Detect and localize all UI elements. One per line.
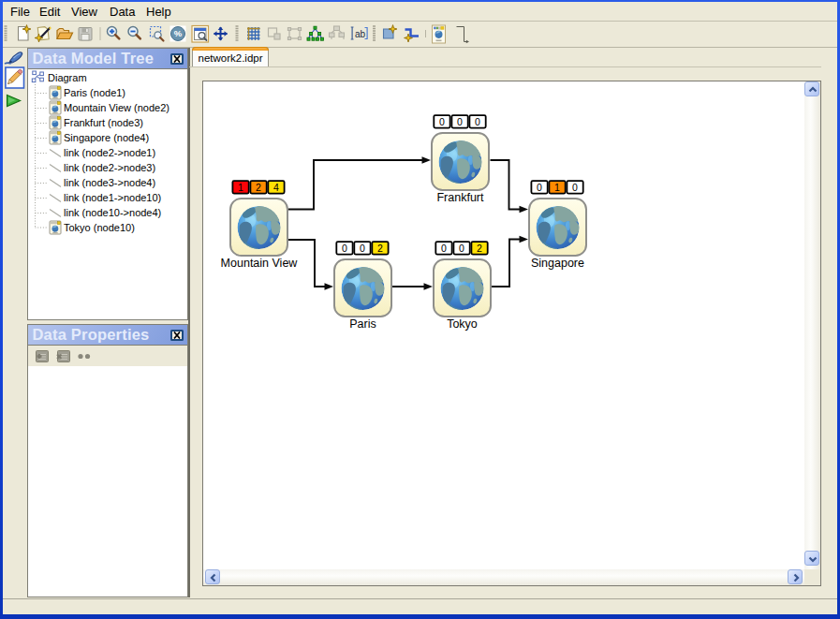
svg-text:Singapore: Singapore bbox=[531, 256, 584, 269]
svg-text:%: % bbox=[173, 28, 182, 38]
svg-text:Mountain View: Mountain View bbox=[220, 256, 298, 269]
svg-text:link (node2->node1): link (node2->node1) bbox=[64, 147, 155, 158]
svg-text:link (node3->node4): link (node3->node4) bbox=[64, 177, 155, 188]
svg-text:link (node1->node10): link (node1->node10) bbox=[64, 192, 161, 203]
svg-text:0: 0 bbox=[459, 242, 464, 253]
svg-text:0: 0 bbox=[572, 181, 578, 192]
svg-text:0: 0 bbox=[475, 115, 480, 126]
svg-text:link (node2->node3): link (node2->node3) bbox=[64, 162, 155, 173]
svg-text:2: 2 bbox=[377, 242, 383, 253]
svg-text:0: 0 bbox=[457, 115, 463, 126]
svg-text:0: 0 bbox=[439, 115, 445, 126]
svg-text:Tokyo (node10): Tokyo (node10) bbox=[64, 222, 135, 233]
svg-text:Frankfurt (node3): Frankfurt (node3) bbox=[64, 117, 143, 128]
svg-text:1: 1 bbox=[554, 181, 560, 192]
svg-text:4: 4 bbox=[273, 181, 279, 192]
svg-text:Paris: Paris bbox=[349, 317, 376, 330]
svg-text:0: 0 bbox=[537, 181, 542, 192]
svg-text:0: 0 bbox=[342, 242, 347, 253]
svg-text:Tokyo: Tokyo bbox=[447, 317, 478, 330]
svg-text:Frankfurt: Frankfurt bbox=[436, 190, 484, 203]
svg-text:2: 2 bbox=[256, 181, 261, 192]
svg-text:Mountain View (node2): Mountain View (node2) bbox=[64, 102, 169, 113]
svg-text:1: 1 bbox=[238, 181, 243, 192]
svg-text:link (node10->node4): link (node10->node4) bbox=[64, 207, 161, 218]
svg-text:Paris (node1): Paris (node1) bbox=[64, 87, 125, 98]
svg-text:ab: ab bbox=[355, 28, 366, 38]
svg-text:2: 2 bbox=[477, 242, 482, 253]
svg-text:0: 0 bbox=[360, 242, 365, 253]
svg-text:Singapore (node4): Singapore (node4) bbox=[64, 132, 149, 143]
svg-text:Diagram: Diagram bbox=[48, 72, 87, 83]
svg-text:0: 0 bbox=[441, 242, 447, 253]
